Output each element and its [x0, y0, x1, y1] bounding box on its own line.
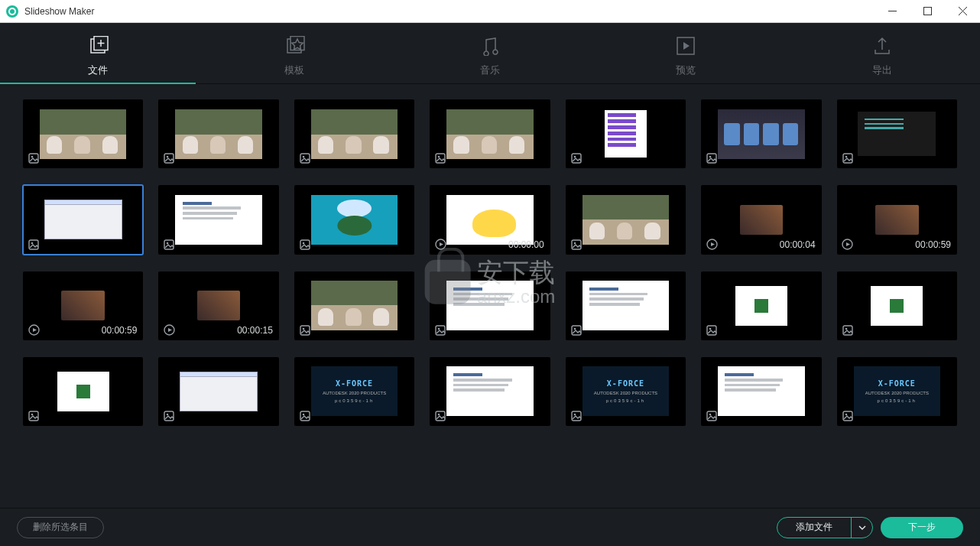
image-icon: [299, 152, 311, 164]
thumbnail-item[interactable]: [23, 357, 143, 426]
svg-point-41: [438, 327, 440, 330]
thumbnail-item[interactable]: [158, 185, 278, 254]
window-controls: [875, 0, 980, 22]
thumbnail-item[interactable]: [566, 99, 686, 168]
thumbnail-item[interactable]: [430, 271, 550, 340]
add-file-split-button: 添加文件: [777, 517, 873, 538]
file-add-icon: [86, 36, 109, 59]
svg-point-49: [31, 414, 34, 416]
svg-rect-1: [923, 8, 931, 15]
image-icon: [163, 152, 175, 164]
add-file-button[interactable]: 添加文件: [777, 518, 851, 538]
app-icon: [6, 5, 18, 18]
thumbnail-item[interactable]: [701, 271, 821, 340]
thumbnail-item[interactable]: 00:00:00: [430, 185, 550, 254]
svg-point-30: [303, 242, 305, 244]
thumbnail-item[interactable]: [430, 357, 550, 426]
video-icon: [842, 239, 854, 251]
top-tabs: 文件 模板 音乐 预览 导出: [0, 23, 980, 84]
image-icon: [163, 239, 175, 251]
thumbnail-item[interactable]: [294, 271, 414, 340]
thumbnail-item[interactable]: [837, 271, 957, 340]
svg-point-24: [845, 156, 847, 158]
tab-files[interactable]: 文件: [0, 29, 196, 83]
thumbnail-item[interactable]: [294, 185, 414, 254]
svg-rect-46: [843, 326, 852, 335]
thumbnail-item[interactable]: [23, 99, 143, 168]
thumbnail-item[interactable]: [158, 357, 278, 426]
image-icon: [570, 324, 582, 336]
video-icon: [28, 324, 40, 336]
tab-label: 音乐: [480, 63, 500, 77]
thumbnail-item[interactable]: [294, 99, 414, 168]
svg-point-51: [167, 414, 169, 416]
thumbnail-item[interactable]: 00:00:15: [158, 271, 278, 340]
tab-preview[interactable]: 预览: [588, 29, 784, 83]
duration-label: 00:00:59: [915, 239, 951, 250]
thumbnail-item[interactable]: 00:00:04: [701, 185, 821, 254]
thumbnail-item[interactable]: [23, 185, 143, 254]
play-box-icon: [676, 36, 696, 59]
svg-point-55: [438, 414, 440, 416]
svg-rect-60: [843, 411, 852, 421]
next-button[interactable]: 下一步: [881, 517, 963, 538]
content-area: 00:00:00 00:00:04 00:00:59 00:00:59 00:0…: [0, 84, 980, 508]
footer-bar: 删除所选条目 添加文件 下一步: [0, 508, 980, 546]
image-icon: [842, 324, 854, 336]
tab-label: 模板: [284, 63, 304, 77]
svg-rect-58: [707, 411, 716, 421]
close-button[interactable]: [945, 0, 980, 22]
tab-label: 导出: [872, 63, 892, 77]
svg-point-28: [167, 242, 169, 244]
minimize-button[interactable]: [875, 0, 910, 22]
image-icon: [434, 324, 446, 336]
duration-label: 00:00:59: [102, 325, 138, 336]
thumbnail-item[interactable]: [566, 271, 686, 340]
image-icon: [28, 410, 40, 422]
image-icon: [842, 152, 854, 164]
thumbnail-item[interactable]: 00:00:59: [837, 185, 957, 254]
thumbnail-item[interactable]: [430, 99, 550, 168]
image-icon: [434, 410, 446, 422]
svg-point-61: [845, 414, 847, 416]
window-title: Slideshow Maker: [24, 6, 875, 17]
tab-label: 预览: [676, 63, 696, 77]
image-icon: [706, 410, 718, 422]
svg-rect-42: [572, 326, 581, 335]
duration-label: 00:00:04: [780, 239, 816, 250]
svg-point-39: [303, 327, 305, 330]
svg-rect-17: [436, 154, 445, 163]
svg-point-14: [167, 156, 169, 158]
thumbnail-item[interactable]: [701, 99, 821, 168]
image-icon: [299, 324, 311, 336]
maximize-button[interactable]: [910, 0, 945, 22]
thumbnail-item[interactable]: 00:00:59: [23, 271, 143, 340]
image-icon: [842, 410, 854, 422]
svg-point-26: [31, 242, 34, 244]
tab-music[interactable]: 音乐: [392, 29, 588, 83]
svg-rect-48: [29, 411, 38, 421]
add-file-dropdown[interactable]: [851, 518, 872, 538]
thumbnail-item[interactable]: X-FORCEAUTODESK 2020 PRODUCTSpc0359c-1h: [837, 357, 957, 426]
thumbnail-item[interactable]: [566, 185, 686, 254]
thumbnail-item[interactable]: X-FORCEAUTODESK 2020 PRODUCTSpc0359c-1h: [294, 357, 414, 426]
svg-point-20: [573, 156, 576, 158]
svg-rect-29: [300, 240, 310, 249]
thumbnail-item[interactable]: [837, 99, 957, 168]
thumbnail-item[interactable]: X-FORCEAUTODESK 2020 PRODUCTSpc0359c-1h: [566, 357, 686, 426]
svg-rect-15: [300, 154, 310, 163]
delete-selected-button[interactable]: 删除所选条目: [17, 517, 104, 538]
export-icon: [872, 36, 892, 59]
svg-point-47: [845, 327, 847, 330]
image-icon: [570, 152, 582, 164]
svg-point-18: [438, 156, 440, 158]
titlebar: Slideshow Maker: [0, 0, 980, 23]
tab-label: 文件: [88, 63, 108, 77]
image-icon: [706, 324, 718, 336]
tab-templates[interactable]: 模板: [196, 29, 391, 83]
thumbnail-item[interactable]: [158, 99, 278, 168]
tab-export[interactable]: 导出: [784, 29, 980, 83]
svg-rect-25: [29, 240, 38, 249]
svg-rect-11: [29, 154, 38, 163]
thumbnail-item[interactable]: [701, 357, 821, 426]
